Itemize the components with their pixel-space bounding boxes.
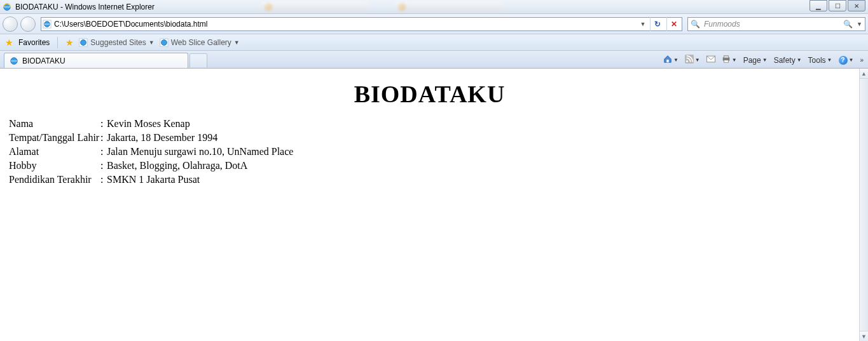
page-favicon-icon	[43, 20, 52, 29]
back-button[interactable]	[3, 17, 18, 32]
ttl-label: Tempat/Tanggal Lahir	[9, 131, 100, 145]
page-menu-button[interactable]: Page ▼	[742, 56, 769, 65]
page-viewport: BIODATAKU Nama : Kevin Moses Kenap Tempa…	[0, 69, 868, 341]
chevron-down-icon: ▼	[797, 57, 802, 63]
tools-menu-button[interactable]: Tools ▼	[807, 56, 834, 65]
favorites-bar: ★ Favorites ★ Suggested Sites ▼ Web Slic…	[0, 34, 868, 51]
refresh-button[interactable]: ↻	[650, 17, 664, 31]
table-row: Alamat : Jalan Menuju surgawi no.10, UnN…	[9, 145, 293, 159]
add-favorite-icon[interactable]: ★	[65, 37, 74, 48]
address-url: C:\Users\BOEDOET\Documents\biodata.html	[54, 20, 636, 29]
pendidikan-label: Pendidikan Terakhir	[9, 173, 100, 187]
table-row: Pendidikan Terakhir : SMKN 1 Jakarta Pus…	[9, 173, 293, 187]
window-titlebar: BIODATAKU - Windows Internet Explorer ▁ …	[0, 0, 868, 14]
colon: :	[100, 131, 107, 145]
colon: :	[100, 145, 107, 159]
window-title: BIODATAKU - Windows Internet Explorer	[15, 3, 155, 11]
help-icon: ?	[839, 56, 848, 65]
home-icon	[663, 55, 672, 65]
background-tabs-blur	[261, 1, 502, 13]
scroll-down-icon[interactable]: ▼	[860, 331, 868, 341]
ie-app-icon	[3, 3, 11, 11]
page-body: BIODATAKU Nama : Kevin Moses Kenap Tempa…	[0, 69, 859, 341]
svg-point-10	[686, 60, 688, 62]
table-row: Nama : Kevin Moses Kenap	[9, 117, 293, 131]
print-button[interactable]: ▼	[720, 55, 738, 65]
toolbar-overflow-icon[interactable]: »	[860, 57, 864, 64]
suggested-sites-button[interactable]: Suggested Sites ▼	[79, 38, 154, 47]
mail-icon	[706, 55, 715, 65]
favorites-label[interactable]: Favorites	[18, 38, 50, 47]
svg-rect-13	[724, 56, 728, 58]
tab-title: BIODATAKU	[22, 57, 65, 65]
page-icon	[79, 38, 88, 47]
search-go-icon[interactable]: 🔍	[843, 20, 853, 29]
chevron-down-icon: ▼	[234, 39, 240, 46]
feeds-button[interactable]: ▼	[684, 55, 701, 65]
chevron-down-icon: ▼	[695, 57, 700, 63]
stop-button[interactable]: ✕	[666, 17, 680, 31]
search-dropdown-icon[interactable]: ▼	[857, 21, 862, 27]
colon: :	[100, 173, 107, 187]
home-button[interactable]: ▼	[662, 55, 680, 65]
favorites-star-icon[interactable]: ★	[5, 37, 13, 48]
browser-tab[interactable]: BIODATAKU	[4, 53, 188, 68]
svg-point-6	[161, 39, 167, 45]
page-heading: BIODATAKU	[9, 80, 850, 108]
web-slice-gallery-label: Web Slice Gallery	[171, 38, 231, 47]
chevron-down-icon: ▼	[849, 57, 854, 63]
hobby-value: Basket, Blogging, Olahraga, DotA	[107, 159, 293, 173]
alamat-value: Jalan Menuju surgawi no.10, UnNamed Plac…	[107, 145, 293, 159]
divider	[57, 37, 58, 48]
chevron-down-icon: ▼	[149, 39, 155, 46]
hobby-label: Hobby	[9, 159, 100, 173]
safety-menu-button[interactable]: Safety ▼	[773, 56, 803, 65]
window-maximize-button[interactable]: ☐	[829, 0, 846, 11]
web-slice-gallery-button[interactable]: Web Slice Gallery ▼	[160, 38, 240, 47]
refresh-icon: ↻	[654, 20, 661, 29]
nama-label: Nama	[9, 117, 100, 131]
address-bar[interactable]: C:\Users\BOEDOET\Documents\biodata.html …	[41, 17, 682, 31]
page-icon	[160, 38, 169, 47]
stop-icon: ✕	[671, 20, 677, 29]
nama-value: Kevin Moses Kenap	[107, 117, 293, 131]
pendidikan-value: SMKN 1 Jakarta Pusat	[107, 173, 293, 187]
safety-menu-label: Safety	[774, 56, 796, 65]
chevron-down-icon: ▼	[827, 57, 832, 63]
page-menu-label: Page	[743, 56, 761, 65]
chevron-down-icon: ▼	[762, 57, 768, 63]
tab-command-bar: BIODATAKU ▼ ▼ ▼ Page ▼	[0, 51, 868, 69]
window-close-button[interactable]: ✕	[848, 0, 865, 11]
suggested-sites-label: Suggested Sites	[90, 38, 146, 47]
ttl-value: Jakarta, 18 Desember 1994	[107, 131, 293, 145]
new-tab-button[interactable]	[189, 53, 207, 67]
help-button[interactable]: ? ▼	[837, 56, 855, 65]
scroll-up-icon[interactable]: ▲	[860, 69, 868, 79]
search-box[interactable]: 🔍 Funmoods 🔍 ▼	[687, 17, 865, 31]
chevron-down-icon: ▼	[673, 57, 679, 63]
tools-menu-label: Tools	[808, 56, 826, 65]
tab-favicon-icon	[10, 57, 18, 65]
alamat-label: Alamat	[9, 145, 100, 159]
printer-icon	[722, 55, 731, 65]
colon: :	[100, 117, 107, 131]
svg-rect-14	[724, 60, 728, 63]
search-placeholder: Funmoods	[704, 20, 839, 29]
rss-icon	[685, 55, 694, 65]
read-mail-button[interactable]	[705, 55, 717, 65]
svg-point-4	[81, 39, 86, 45]
window-minimize-button[interactable]: ▁	[809, 0, 827, 11]
chevron-down-icon: ▼	[732, 57, 737, 63]
address-dropdown-icon[interactable]: ▼	[638, 21, 647, 27]
biodata-table: Nama : Kevin Moses Kenap Tempat/Tanggal …	[9, 117, 293, 187]
navigation-bar: C:\Users\BOEDOET\Documents\biodata.html …	[0, 14, 868, 34]
svg-rect-8	[666, 60, 669, 62]
table-row: Tempat/Tanggal Lahir : Jakarta, 18 Desem…	[9, 131, 293, 145]
colon: :	[100, 159, 107, 173]
vertical-scrollbar[interactable]: ▲ ▼	[859, 69, 868, 341]
forward-button[interactable]	[20, 17, 36, 32]
search-icon: 🔍	[691, 20, 700, 29]
table-row: Hobby : Basket, Blogging, Olahraga, DotA	[9, 159, 293, 173]
